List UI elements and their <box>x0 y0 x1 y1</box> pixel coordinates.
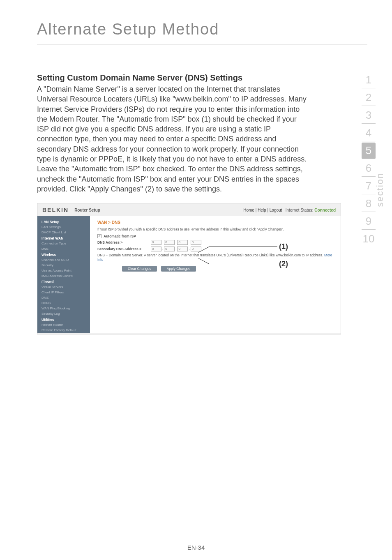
sidebar-item-wpb[interactable]: WAN Ping Blocking <box>37 306 90 311</box>
callout-line-1 <box>209 247 277 247</box>
nav-3[interactable]: 3 <box>362 107 376 124</box>
sidebar-item-ddns[interactable]: DDNS <box>37 300 90 306</box>
nav-5[interactable]: 5 <box>362 143 376 159</box>
sidebar-heading-wireless: Wireless <box>37 251 90 257</box>
page-title: Alternate Setup Method <box>37 21 367 38</box>
admin-main: WAN > DNS If your ISP provided you with … <box>90 216 341 333</box>
sidebar-item-dns[interactable]: DNS <box>37 246 90 251</box>
section-nav: 1 2 3 4 5 6 7 8 9 10 <box>362 72 376 247</box>
secondary-dns-label: Secondary DNS Address > <box>97 247 151 251</box>
nav-9[interactable]: 9 <box>362 213 376 230</box>
dns-ip-octet-2[interactable]: 0 <box>164 240 175 245</box>
callout-1: (1) <box>279 242 288 251</box>
sidebar-item-lan-settings[interactable]: LAN Settings <box>37 224 90 230</box>
belkin-logo: BELKIN <box>42 207 69 213</box>
admin-header: BELKIN Router Setup Home | Help | Logout… <box>37 203 341 216</box>
sidebar-item-conn-type[interactable]: Connection Type <box>37 241 90 246</box>
sidebar-item-dhcp[interactable]: DHCP Client List <box>37 230 90 235</box>
title-rule <box>37 44 367 44</box>
sidebar-item-restore-default[interactable]: Restore Factory Default <box>37 327 90 333</box>
sdns-ip-octet-4[interactable]: 0 <box>191 247 201 251</box>
dns-address-label: DNS Address > <box>97 240 151 244</box>
auto-from-isp-checkbox[interactable]: ✓ <box>97 234 101 238</box>
sidebar-heading-lan: LAN Setup <box>37 219 90 224</box>
dns-settings-body: A "Domain Name Server" is a server locat… <box>37 84 308 194</box>
sidebar-item-dmz[interactable]: DMZ <box>37 295 90 300</box>
sdns-ip-octet-2[interactable]: 0 <box>164 247 175 251</box>
sdns-ip-octet-3[interactable]: 0 <box>177 247 188 251</box>
sdns-ip-octet-1[interactable]: 0 <box>151 247 161 251</box>
sidebar-heading-utilities: Utilities <box>37 316 90 322</box>
nav-8[interactable]: 8 <box>362 196 376 212</box>
nav-4[interactable]: 4 <box>362 125 376 141</box>
dns-ip-octet-1[interactable]: 0 <box>151 240 161 245</box>
secondary-dns-input[interactable]: 0. 0. 0. 0 <box>151 247 201 251</box>
sidebar-item-cif[interactable]: Client IP Filters <box>37 290 90 295</box>
page-number: EN-34 <box>0 544 392 551</box>
callout-line-2 <box>209 264 277 264</box>
nav-10[interactable]: 10 <box>362 231 376 247</box>
dns-settings-heading: Setting Custom Domain Name Server (DNS) … <box>37 73 367 83</box>
clear-changes-button[interactable]: Clear Changes <box>122 266 157 272</box>
section-label: section <box>375 173 385 207</box>
nav-7[interactable]: 7 <box>362 178 376 194</box>
sidebar-item-restart[interactable]: Restart Router <box>37 322 90 327</box>
sidebar-item-mac[interactable]: MAC Address Control <box>37 273 90 279</box>
apply-changes-button[interactable]: Apply Changes <box>161 266 196 272</box>
home-link[interactable]: Home <box>243 208 254 212</box>
breadcrumb: WAN > DNS <box>97 220 333 225</box>
dns-description: If your ISP provided you with a specific… <box>97 227 333 232</box>
status-label: Internet Status: <box>286 208 314 212</box>
help-link[interactable]: Help <box>258 208 266 212</box>
admin-sidebar: LAN Setup LAN Settings DHCP Client List … <box>37 216 90 333</box>
router-admin-screenshot: BELKIN Router Setup Home | Help | Logout… <box>37 203 341 334</box>
status-value: Connected <box>314 208 336 212</box>
dns-explanation: DNS = Domain Name Server. A server locat… <box>97 253 333 262</box>
sidebar-item-slog[interactable]: Security Log <box>37 311 90 316</box>
nav-6[interactable]: 6 <box>362 160 376 177</box>
nav-2[interactable]: 2 <box>362 90 376 106</box>
sidebar-heading-firewall: Firewall <box>37 279 90 284</box>
sidebar-item-vs[interactable]: Virtual Servers <box>37 284 90 290</box>
sidebar-heading-wan: Internet WAN <box>37 235 90 241</box>
dns-ip-octet-3[interactable]: 0 <box>177 240 188 245</box>
admin-header-links: Home | Help | Logout Internet Status: Co… <box>243 208 336 212</box>
logout-link[interactable]: Logout <box>270 208 282 212</box>
sidebar-item-ap[interactable]: Use as Access Point <box>37 268 90 273</box>
admin-subtitle: Router Setup <box>74 208 100 212</box>
sidebar-item-channel[interactable]: Channel and SSID <box>37 257 90 263</box>
sidebar-item-security[interactable]: Security <box>37 263 90 268</box>
auto-from-isp-label: Automatic from ISP <box>104 234 136 238</box>
dns-ip-octet-4[interactable]: 0 <box>191 240 201 245</box>
nav-1[interactable]: 1 <box>362 72 376 88</box>
callout-2: (2) <box>279 260 288 268</box>
dns-address-input[interactable]: 0. 0. 0. 0 <box>151 240 201 245</box>
